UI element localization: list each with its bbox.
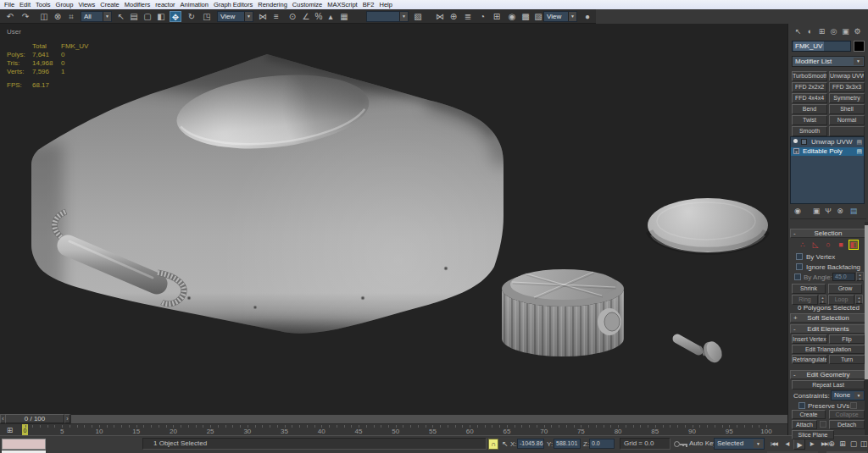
menu-views[interactable]: Views bbox=[75, 0, 97, 9]
modifier-button-turbosmooth[interactable]: TurboSmooth bbox=[792, 71, 827, 81]
layer-manager-icon[interactable]: ≣ bbox=[462, 11, 474, 22]
modifier-list-dropdown[interactable]: Modifier List▼ bbox=[792, 56, 865, 67]
make-unique-icon[interactable]: Ψ bbox=[823, 207, 833, 216]
show-end-result-icon[interactable]: ▣ bbox=[811, 207, 821, 216]
use-center-icon[interactable]: ⋈ bbox=[257, 11, 269, 22]
object-pin[interactable] bbox=[677, 338, 726, 365]
stack-item-unwrap-uvw[interactable]: Unwrap UVW ▤ bbox=[791, 138, 864, 146]
retriangulate-button[interactable]: Retriangulate bbox=[792, 355, 827, 364]
edit-named-selections-icon[interactable]: ▦ bbox=[338, 11, 350, 22]
chevron-down-icon[interactable]: ▼ bbox=[244, 12, 253, 21]
configure-modifier-sets-icon[interactable]: ▤ bbox=[849, 207, 859, 216]
attach-button[interactable]: Attach bbox=[792, 420, 817, 429]
select-region-icon[interactable]: ▢ bbox=[142, 11, 153, 22]
bind-spacewarp-icon[interactable]: ⌗ bbox=[65, 11, 77, 22]
schematic-view-icon[interactable]: ⊞ bbox=[491, 11, 503, 22]
track-bar[interactable]: ⊞ 0 510152025303540455055606570758085909… bbox=[0, 423, 787, 435]
soft-selection-rollout-header[interactable]: +Soft Selection bbox=[790, 313, 866, 323]
flip-button[interactable]: Flip bbox=[829, 334, 865, 344]
key-filter-dropdown[interactable]: Selected▼ bbox=[714, 438, 765, 450]
repeat-last-button[interactable]: Repeat Last bbox=[792, 380, 865, 389]
chevron-down-icon[interactable]: ▼ bbox=[103, 12, 111, 21]
edge-mode-icon[interactable]: ◺ bbox=[810, 240, 821, 250]
select-by-name-icon[interactable]: ▤ bbox=[128, 11, 140, 22]
edit-geometry-rollout-header[interactable]: -Edit Geometry bbox=[790, 370, 866, 379]
menu-rendering[interactable]: Rendering bbox=[255, 0, 290, 9]
auto-key-button[interactable]: Auto Key bbox=[689, 439, 716, 447]
time-slider[interactable]: ‹ 0 / 100 › bbox=[0, 414, 787, 423]
absolute-offset-icon[interactable]: ↖ bbox=[502, 439, 509, 448]
material-editor-icon[interactable]: ◉ bbox=[506, 11, 518, 22]
frame-forward-button[interactable]: › bbox=[64, 414, 70, 423]
menu-group[interactable]: Group bbox=[53, 0, 76, 9]
rendered-frame-icon[interactable]: ▨ bbox=[532, 11, 544, 22]
render-setup-icon[interactable]: ▩ bbox=[520, 11, 531, 22]
menu-reactor[interactable]: reactor bbox=[153, 0, 177, 9]
zoom-extents-icon[interactable]: ▢ bbox=[849, 439, 859, 450]
insert-vertex-button[interactable]: Insert Vertex bbox=[792, 334, 827, 344]
polygon-mode-icon[interactable]: ■ bbox=[836, 240, 846, 250]
chevron-down-icon[interactable]: ▼ bbox=[568, 12, 576, 21]
menu-create[interactable]: Create bbox=[97, 0, 122, 9]
chevron-down-icon[interactable]: ▼ bbox=[399, 12, 408, 21]
select-object-icon[interactable]: ↖ bbox=[115, 11, 127, 22]
by-angle-checkbox[interactable] bbox=[794, 273, 801, 280]
undo-icon[interactable]: ↶ bbox=[4, 11, 16, 22]
pin-stack-icon[interactable]: ◉ bbox=[793, 207, 803, 216]
percent-snap-icon[interactable]: % bbox=[313, 11, 325, 22]
motion-tab-icon[interactable]: ◎ bbox=[828, 26, 839, 36]
link-icon[interactable]: ◫ bbox=[38, 11, 50, 22]
selection-lock-toggle[interactable]: ∩ bbox=[488, 439, 498, 450]
attach-list-button[interactable] bbox=[820, 421, 826, 428]
reference-coordinate-dropdown[interactable]: View▼ bbox=[217, 11, 253, 22]
open-mini-curve-editor-icon[interactable]: ⊞ bbox=[5, 426, 14, 434]
panel-scrollbar-thumb[interactable] bbox=[865, 225, 868, 379]
object-name-field[interactable]: FMK_UV bbox=[792, 41, 851, 52]
curve-editor-icon[interactable]: ◔ bbox=[476, 11, 488, 22]
modifier-button-smooth[interactable]: Smooth bbox=[792, 126, 827, 136]
play-button[interactable]: ▶ bbox=[793, 439, 805, 450]
quick-render-icon[interactable]: ● bbox=[581, 11, 593, 22]
menu-file[interactable]: File bbox=[2, 0, 17, 9]
object-color-swatch[interactable] bbox=[854, 41, 865, 52]
by-angle-field[interactable]: 45.0 bbox=[832, 273, 855, 281]
modifier-button-ffd-4x4x4[interactable]: FFD 4x4x4 bbox=[792, 93, 827, 103]
detach-button[interactable]: Detach bbox=[829, 420, 865, 429]
modifier-button-bend[interactable]: Bend bbox=[792, 104, 827, 114]
object-body-box[interactable] bbox=[8, 24, 534, 364]
stack-item-editable-poly[interactable]: + Editable Poly ▤ bbox=[791, 147, 864, 156]
chevron-down-icon[interactable]: ▼ bbox=[754, 439, 763, 448]
create-button[interactable]: Create bbox=[792, 410, 826, 419]
modifier-button-empty[interactable] bbox=[829, 126, 865, 136]
zoom-icon[interactable]: ⊕ bbox=[826, 439, 837, 450]
time-slider-track[interactable] bbox=[71, 414, 787, 423]
by-vertex-checkbox[interactable] bbox=[796, 253, 803, 260]
utilities-tab-icon[interactable]: ⚙ bbox=[852, 26, 863, 36]
turn-button[interactable]: Turn bbox=[829, 355, 865, 364]
modifier-button-unwrap-uvw[interactable]: Unwrap UVW bbox=[829, 71, 865, 81]
spinner-snap-icon[interactable]: ▴ bbox=[325, 11, 337, 22]
menu-animation[interactable]: Animation bbox=[178, 0, 211, 9]
modifier-button-normal[interactable]: Normal bbox=[829, 115, 865, 125]
menu-help[interactable]: Help bbox=[376, 0, 394, 9]
x-coordinate-field[interactable]: -1045.861 bbox=[517, 439, 544, 449]
move-icon[interactable]: ✥ bbox=[170, 11, 181, 22]
shrink-button[interactable]: Shrink bbox=[792, 284, 826, 294]
menu-bf2[interactable]: BF2 bbox=[360, 0, 377, 9]
viewport-label[interactable]: User bbox=[7, 28, 21, 36]
constraints-dropdown[interactable]: None▼ bbox=[831, 390, 865, 401]
object-dome-button[interactable] bbox=[648, 198, 768, 252]
zoom-all-icon[interactable]: ⊞ bbox=[837, 439, 848, 450]
menu-customize[interactable]: Customize bbox=[290, 0, 325, 9]
lightbulb-icon[interactable] bbox=[793, 139, 798, 143]
border-mode-icon[interactable]: ○ bbox=[823, 240, 833, 250]
hierarchy-tab-icon[interactable]: ⊞ bbox=[816, 26, 827, 36]
vertex-mode-icon[interactable]: ∴ bbox=[798, 240, 808, 250]
scale-icon[interactable]: ◳ bbox=[201, 11, 213, 22]
mirror-icon[interactable]: ⋈ bbox=[434, 11, 446, 22]
ignore-backfacing-checkbox[interactable] bbox=[796, 263, 803, 270]
go-to-start-button[interactable]: |◀◀ bbox=[767, 439, 781, 450]
manipulate-icon[interactable]: ≡ bbox=[270, 11, 282, 22]
menu-tools[interactable]: Tools bbox=[33, 0, 53, 9]
next-frame-button[interactable]: |▶ bbox=[807, 439, 816, 450]
